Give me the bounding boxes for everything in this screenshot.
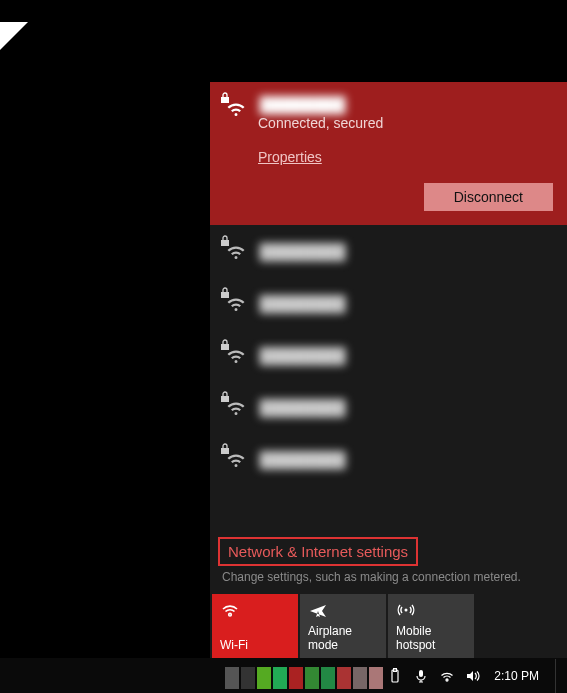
lock-icon: [220, 92, 230, 104]
taskbar-app-block[interactable]: [257, 667, 271, 689]
wifi-secured-icon: [224, 447, 248, 471]
lock-icon: [220, 391, 230, 403]
current-network-block[interactable]: ████████ Connected, secured Properties D…: [210, 82, 567, 225]
taskbar-app-block[interactable]: [369, 667, 383, 689]
properties-link[interactable]: Properties: [258, 149, 322, 165]
svg-rect-3: [221, 344, 229, 350]
lock-icon: [220, 339, 230, 351]
svg-rect-5: [221, 448, 229, 454]
network-settings-subtext: Change settings, such as making a connec…: [210, 568, 567, 592]
network-settings-link[interactable]: Network & Internet settings: [218, 537, 418, 566]
svg-rect-1: [221, 240, 229, 246]
svg-point-6: [405, 609, 408, 612]
wifi-secured-icon: [224, 239, 248, 263]
network-item[interactable]: ████████: [210, 225, 567, 277]
airplane-icon: [308, 600, 378, 620]
network-item[interactable]: ████████: [210, 277, 567, 329]
airplane-tile[interactable]: Airplane mode: [300, 594, 386, 658]
taskbar-app-block[interactable]: [241, 667, 255, 689]
svg-rect-4: [221, 396, 229, 402]
wifi-icon: [220, 600, 290, 620]
wifi-tile[interactable]: Wi-Fi: [212, 594, 298, 658]
quick-action-tiles: Wi-FiAirplane modeMobile hotspot: [210, 592, 567, 658]
tile-label: Wi-Fi: [220, 638, 290, 652]
svg-rect-0: [221, 97, 229, 103]
tile-label: Mobile hotspot: [396, 624, 466, 652]
hotspot-tile[interactable]: Mobile hotspot: [388, 594, 474, 658]
wifi-secured-icon: [224, 291, 248, 315]
network-name: ████████: [258, 243, 347, 260]
wifi-secured-icon: [224, 96, 248, 120]
hotspot-icon: [396, 600, 466, 620]
svg-rect-9: [419, 670, 423, 677]
taskbar-app-block[interactable]: [321, 667, 335, 689]
taskbar-app-block[interactable]: [289, 667, 303, 689]
taskbar-app-block[interactable]: [305, 667, 319, 689]
network-name: ████████: [258, 347, 347, 364]
wifi-secured-icon: [224, 395, 248, 419]
tile-label: Airplane mode: [308, 624, 378, 652]
window-corner-decoration: [0, 22, 28, 50]
tray-usb-icon[interactable]: [386, 667, 404, 685]
wifi-secured-icon: [224, 343, 248, 367]
taskbar-app-block[interactable]: [353, 667, 367, 689]
taskbar-app-block[interactable]: [273, 667, 287, 689]
network-name: ████████: [258, 295, 347, 312]
taskbar-app-block[interactable]: [337, 667, 351, 689]
tray-microphone-icon[interactable]: [412, 667, 430, 685]
show-desktop-button[interactable]: [555, 659, 559, 693]
lock-icon: [220, 443, 230, 455]
tray-wifi-icon[interactable]: [438, 667, 456, 685]
lock-icon: [220, 235, 230, 247]
network-item[interactable]: ████████: [210, 433, 567, 485]
network-flyout-panel: ████████ Connected, secured Properties D…: [210, 82, 567, 658]
svg-rect-2: [221, 292, 229, 298]
available-networks-list: ████████████████████████████████████████: [210, 225, 567, 531]
taskbar-app-block[interactable]: [225, 667, 239, 689]
network-name: ████████: [258, 399, 347, 416]
network-item[interactable]: ████████: [210, 329, 567, 381]
taskbar-clock[interactable]: 2:10 PM: [490, 669, 543, 683]
taskbar-app-previews: [225, 667, 383, 689]
current-network-status: Connected, secured: [258, 115, 553, 131]
current-network-name: ████████: [258, 96, 347, 113]
network-name: ████████: [258, 451, 347, 468]
taskbar: 2:10 PM: [0, 658, 567, 693]
disconnect-button[interactable]: Disconnect: [424, 183, 553, 211]
lock-icon: [220, 287, 230, 299]
tray-volume-icon[interactable]: [464, 667, 482, 685]
network-item[interactable]: ████████: [210, 381, 567, 433]
